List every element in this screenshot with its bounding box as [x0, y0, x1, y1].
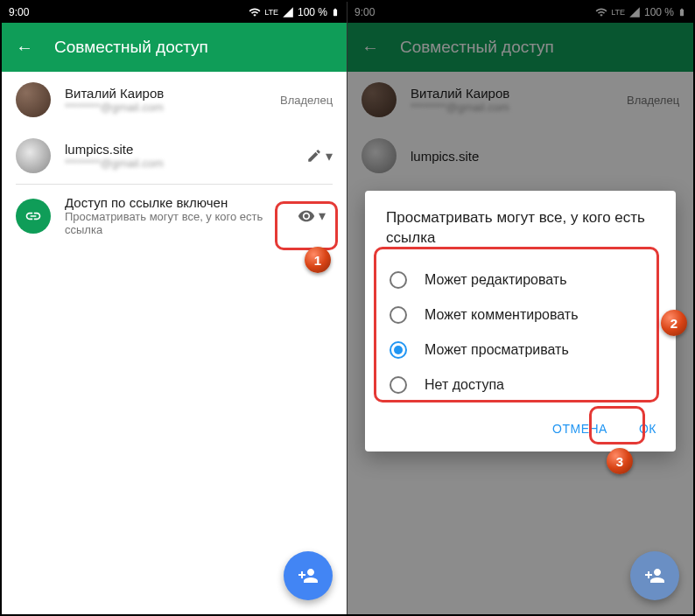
cancel-button[interactable]: ОТМЕНА [540, 413, 620, 444]
add-person-fab[interactable] [630, 551, 679, 600]
link-access-desc: Просматривать могут все, у кого есть ссы… [65, 210, 277, 236]
app-bar: ← Совместный доступ [2, 23, 347, 72]
person-add-icon [644, 565, 665, 586]
link-access-row[interactable]: Доступ по ссылке включен Просматривать м… [2, 185, 347, 247]
radio-label: Может редактировать [425, 272, 567, 288]
person-row-owner: Виталий Каиров ********@gmail.com Владел… [2, 72, 347, 128]
link-permission-button[interactable]: ▾ [291, 200, 333, 232]
add-person-fab[interactable] [284, 551, 333, 600]
marker-2: 2 [661, 310, 687, 336]
status-time: 9:00 [9, 6, 249, 18]
radio-icon [390, 306, 407, 324]
page-title: Совместный доступ [54, 38, 208, 57]
permission-dialog: Просматривать могут все, у кого есть ссы… [365, 191, 676, 452]
network-label: LTE [264, 8, 278, 17]
link-icon [16, 199, 51, 234]
wifi-icon [249, 6, 261, 18]
marker-3: 3 [607, 448, 633, 474]
signal-icon [282, 6, 294, 18]
ok-button[interactable]: ОК [627, 413, 669, 444]
person-row-editor: lumpics.site ********@gmail.com ▾ [2, 128, 347, 184]
avatar [16, 82, 51, 117]
person-add-icon [298, 565, 319, 586]
link-access-title: Доступ по ссылке включен [65, 195, 277, 210]
edit-permission-button[interactable]: ▾ [306, 148, 333, 164]
person-email: ********@gmail.com [65, 157, 292, 170]
radio-option-edit[interactable]: Может редактировать [365, 262, 676, 298]
radio-option-comment[interactable]: Может комментировать [365, 298, 676, 332]
pencil-icon [306, 148, 322, 164]
screen-sharing-list: 9:00 LTE 100 % ← Совместный доступ Витал… [2, 2, 348, 614]
radio-icon [390, 376, 407, 394]
radio-icon [390, 341, 407, 359]
radio-icon [390, 271, 407, 289]
avatar [16, 138, 51, 173]
status-bar: 9:00 LTE 100 % [2, 2, 347, 23]
eye-icon [298, 207, 315, 225]
person-name: Виталий Каиров [65, 86, 266, 101]
role-label: Владелец [280, 94, 333, 107]
person-email: ********@gmail.com [65, 101, 266, 114]
radio-label: Нет доступа [425, 377, 504, 393]
dialog-title: Просматривать могут все, у кого есть ссы… [365, 208, 676, 259]
screen-dialog: 9:00 LTE 100 % ← Совместный доступ Витал… [348, 2, 693, 614]
dropdown-caret-icon: ▾ [319, 207, 326, 224]
radio-option-none[interactable]: Нет доступа [365, 368, 676, 402]
radio-label: Может просматривать [425, 342, 569, 358]
battery-icon [331, 6, 340, 18]
radio-option-view[interactable]: Может просматривать [365, 332, 676, 368]
person-name: lumpics.site [65, 142, 292, 157]
back-icon[interactable]: ← [16, 38, 33, 58]
marker-1: 1 [305, 247, 331, 273]
battery-label: 100 % [298, 6, 327, 18]
radio-list: Может редактировать Может комментировать… [365, 259, 676, 406]
status-icons: LTE 100 % [249, 6, 340, 18]
dropdown-caret-icon: ▾ [326, 148, 333, 164]
radio-label: Может комментировать [425, 307, 578, 323]
